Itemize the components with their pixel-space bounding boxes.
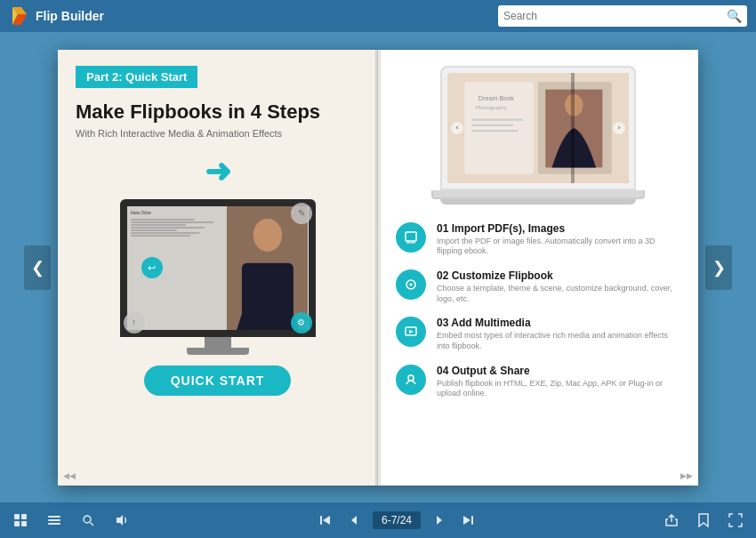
prev-page-button[interactable] xyxy=(344,510,364,530)
svg-marker-30 xyxy=(117,515,123,526)
svg-rect-25 xyxy=(48,516,60,518)
svg-rect-23 xyxy=(14,521,20,526)
arrow-area: ➜ xyxy=(76,153,359,190)
svg-marker-33 xyxy=(351,516,357,525)
toolbar-center: 6-7/24 xyxy=(316,510,478,530)
page-indicator: 6-7/24 xyxy=(373,511,421,529)
zoom-button[interactable] xyxy=(78,510,98,530)
prev-page-arrow[interactable]: ❮ xyxy=(24,245,51,290)
laptop-book-spine xyxy=(571,73,575,183)
laptop-nav-left-icon: ‹ xyxy=(451,122,463,134)
subtitle: With Rich Interactive Media & Animation … xyxy=(76,128,359,139)
svg-rect-10 xyxy=(472,118,523,120)
header: Flip Builder 🔍 xyxy=(0,0,756,32)
svg-rect-16 xyxy=(406,232,416,241)
step-1-content: 01 Import PDF(s), Images Import the PDF … xyxy=(437,222,680,257)
svg-point-28 xyxy=(84,516,91,523)
step-2-title: 02 Customize Flipbook xyxy=(437,269,680,282)
step-4-desc: Publish flipbook in HTML, EXE, Zip, Mac … xyxy=(437,379,680,399)
book-container: Part 2: Quick Start Make Flipbooks in 4 … xyxy=(58,50,698,486)
monitor-area: Vera Olive xyxy=(76,199,359,355)
page-right: Dream Book Photography xyxy=(378,50,698,486)
monitor-stand-base xyxy=(187,348,249,355)
step-4-icon xyxy=(396,365,426,395)
screen-right-panel xyxy=(227,206,309,330)
left-chevron-icon: ❮ xyxy=(31,258,44,277)
toolbar: 6-7/24 xyxy=(0,502,756,538)
monitor-overlay-icon-left: ↩ xyxy=(141,257,163,278)
svg-rect-36 xyxy=(471,516,473,525)
laptop-base xyxy=(431,190,645,199)
monitor-stand-top xyxy=(205,337,231,348)
svg-rect-11 xyxy=(472,124,514,125)
step-item-4: 04 Output & Share Publish flipbook in HT… xyxy=(396,365,680,399)
svg-marker-19 xyxy=(409,330,414,333)
sound-button[interactable] xyxy=(112,510,132,530)
step-item-2: 02 Customize Flipbook Choose a template,… xyxy=(396,269,680,304)
bookmark-button[interactable] xyxy=(694,510,713,530)
search-box[interactable]: 🔍 xyxy=(498,5,747,27)
logo-icon xyxy=(9,5,30,27)
svg-rect-22 xyxy=(21,514,27,519)
first-page-button[interactable] xyxy=(316,510,335,530)
next-page-arrow[interactable]: ❯ xyxy=(705,245,732,290)
logo-text: Flip Builder xyxy=(36,9,104,23)
step-3-title: 03 Add Multimedia xyxy=(437,317,680,329)
page-left: Part 2: Quick Start Make Flipbooks in 4 … xyxy=(58,50,378,486)
next-page-button[interactable] xyxy=(430,510,449,530)
main-title: Make Flipbooks in 4 Steps xyxy=(76,100,359,124)
svg-rect-21 xyxy=(14,514,20,519)
step-4-title: 04 Output & Share xyxy=(437,365,680,377)
step-1-title: 01 Import PDF(s), Images xyxy=(437,222,680,235)
svg-rect-32 xyxy=(320,516,322,525)
screen-photo xyxy=(227,206,309,330)
laptop-bottom xyxy=(440,199,636,205)
right-chevron-icon: ❯ xyxy=(712,258,726,277)
step-item-3: 03 Add Multimedia Embed most types of in… xyxy=(396,317,680,351)
svg-marker-31 xyxy=(323,516,330,525)
toolbar-right xyxy=(662,510,745,530)
main-area: ❮ Part 2: Quick Start Make Flipbooks in … xyxy=(0,32,756,502)
toolbar-left xyxy=(11,510,132,530)
step-2-content: 02 Customize Flipbook Choose a template,… xyxy=(437,269,680,304)
step-3-desc: Embed most types of interactive rich med… xyxy=(437,331,680,351)
svg-point-4 xyxy=(253,219,281,252)
step-item-1: 01 Import PDF(s), Images Import the PDF … xyxy=(396,222,680,257)
svg-line-29 xyxy=(91,523,94,526)
last-page-button[interactable] xyxy=(458,510,478,530)
laptop-nav-right-icon: › xyxy=(613,122,625,134)
laptop-area: Dream Book Photography xyxy=(396,66,680,205)
steps-list: 01 Import PDF(s), Images Import the PDF … xyxy=(396,222,680,400)
search-input[interactable] xyxy=(503,10,727,22)
search-icon[interactable]: 🔍 xyxy=(727,9,742,23)
laptop-wrapper: Dream Book Photography xyxy=(431,66,645,205)
svg-rect-12 xyxy=(472,130,519,132)
step-3-content: 03 Add Multimedia Embed most types of in… xyxy=(437,317,680,351)
laptop-frame: Dream Book Photography xyxy=(440,66,636,190)
monitor-overlay-icon-top-right: ✎ xyxy=(291,203,312,224)
monitor-screen: Vera Olive xyxy=(127,206,309,330)
fullscreen-button[interactable] xyxy=(726,510,745,530)
grid-view-button[interactable] xyxy=(11,510,30,530)
svg-rect-27 xyxy=(48,523,60,525)
step-2-icon xyxy=(396,269,426,300)
teal-arrow-icon: ➜ xyxy=(205,153,231,190)
screen-page-title: Vera Olive xyxy=(131,210,223,215)
quickstart-button[interactable]: QUICK START xyxy=(144,365,292,396)
share-button[interactable] xyxy=(662,510,681,530)
step-3-icon xyxy=(396,317,426,347)
page-number-right: ▶▶ xyxy=(680,471,693,480)
part-badge: Part 2: Quick Start xyxy=(76,66,197,88)
step-1-icon xyxy=(396,222,426,253)
logo-area: Flip Builder xyxy=(9,5,104,27)
svg-rect-24 xyxy=(21,521,27,526)
svg-rect-5 xyxy=(242,263,294,330)
list-view-button[interactable] xyxy=(44,510,64,530)
svg-marker-35 xyxy=(463,516,470,525)
page-number-left: ◀◀ xyxy=(63,471,76,480)
svg-text:Photography: Photography xyxy=(476,104,508,110)
monitor-overlay-icon-bottom-right: ⚙ xyxy=(291,312,312,333)
laptop-screen: Dream Book Photography xyxy=(447,73,629,183)
monitor-overlay-icon-bottom-left: ↑ xyxy=(124,312,145,333)
svg-marker-34 xyxy=(437,516,442,525)
